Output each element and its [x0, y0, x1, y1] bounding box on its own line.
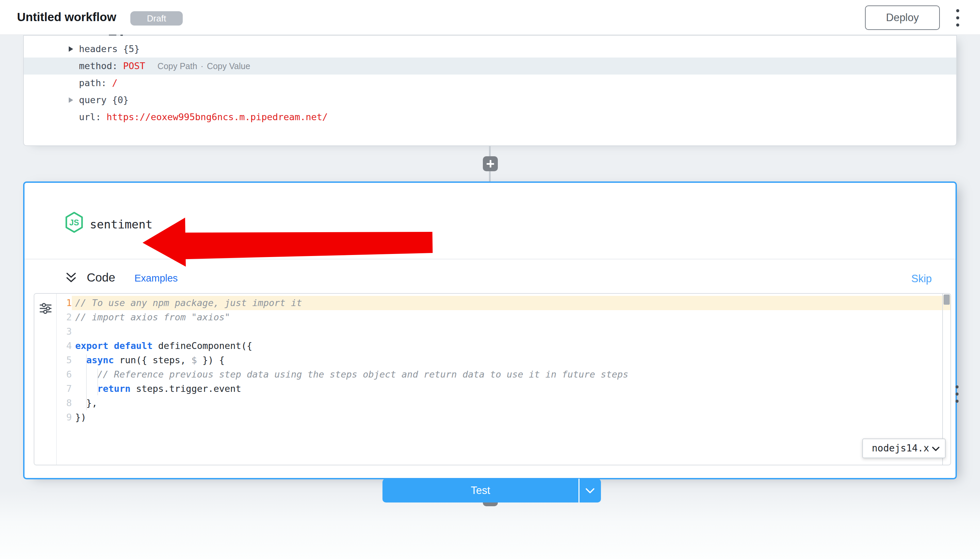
skip-link[interactable]: Skip	[911, 273, 932, 285]
code-editor[interactable]: 1// To use any npm package, just import …	[34, 293, 951, 465]
code-line[interactable]: 5 async run({ steps, $ }) {	[57, 353, 950, 367]
step-title[interactable]: sentiment	[90, 218, 152, 231]
event-key: method:	[79, 61, 118, 71]
trigger-result-panel: headers{5}method:POSTCopy Path·Copy Valu…	[23, 35, 957, 146]
code-line[interactable]: 3	[57, 324, 950, 339]
code-text: return steps.trigger.event	[72, 382, 950, 396]
workflow-canvas: headers{5}method:POSTCopy Path·Copy Valu…	[0, 35, 980, 559]
line-number: 1	[57, 296, 72, 310]
chevron-down-icon	[932, 447, 939, 452]
line-number: 6	[57, 367, 72, 382]
event-key: url:	[79, 112, 101, 122]
event-children-count: {5}	[123, 44, 140, 54]
code-lines: 1// To use any npm package, just import …	[57, 296, 950, 425]
indent-guide	[86, 354, 87, 410]
line-number: 4	[57, 339, 72, 353]
more-options-icon[interactable]	[952, 9, 964, 26]
copy-path-action[interactable]: Copy Path	[158, 61, 197, 71]
test-button-label[interactable]: Test	[383, 479, 579, 503]
event-tree-row[interactable]: headers{5}	[24, 41, 956, 58]
line-number: 5	[57, 353, 72, 367]
pipedream-workflow-editor: Untitled workflow Draft Deploy headers{5…	[0, 0, 980, 559]
code-line[interactable]: 7 return steps.trigger.event	[57, 382, 950, 396]
svg-text:JS: JS	[69, 218, 79, 227]
code-text: // To use any npm package, just import i…	[72, 296, 950, 310]
event-tree-row[interactable]: query{0}	[24, 92, 956, 109]
code-text: export default defineComponent({	[72, 339, 950, 353]
code-section-label: Code	[87, 271, 115, 284]
scrollbar-thumb[interactable]	[944, 294, 950, 305]
line-number: 8	[57, 396, 72, 410]
code-line[interactable]: 1// To use any npm package, just import …	[57, 296, 950, 310]
line-number: 2	[57, 310, 72, 324]
collapse-chevrons-icon[interactable]	[64, 271, 78, 284]
code-text: },	[72, 396, 950, 410]
deploy-button[interactable]: Deploy	[865, 5, 940, 30]
expand-arrow-icon[interactable]	[69, 46, 73, 52]
divider	[25, 259, 955, 260]
divider	[579, 479, 579, 503]
status-badge: Draft	[130, 11, 183, 26]
test-button[interactable]: Test	[383, 479, 601, 503]
event-tree-row[interactable]: method:POSTCopy Path·Copy Value	[24, 58, 956, 74]
code-line[interactable]: 6 // Reference previous step data using …	[57, 367, 950, 382]
code-line[interactable]: 2// import axios from "axios"	[57, 310, 950, 324]
event-value: /	[112, 78, 117, 88]
indent-guide	[97, 369, 98, 395]
code-line[interactable]: 4export default defineComponent({	[57, 339, 950, 353]
examples-link[interactable]: Examples	[134, 273, 178, 284]
copy-value-action[interactable]: Copy Value	[207, 61, 250, 71]
event-tree-row[interactable]: path:/	[24, 74, 956, 92]
runtime-value: nodejs14.x	[872, 439, 929, 458]
runtime-select[interactable]: nodejs14.x	[862, 438, 945, 458]
add-step-button[interactable]	[483, 156, 498, 171]
code-line[interactable]: 8 },	[57, 396, 950, 410]
code-text: // Reference previous step data using th…	[72, 367, 950, 382]
code-text: })	[72, 410, 950, 425]
code-text	[72, 324, 950, 339]
editor-gutter	[35, 294, 57, 465]
event-key: headers	[79, 44, 118, 54]
expand-arrow-icon[interactable]	[69, 98, 73, 103]
copy-actions: Copy Path·Copy Value	[158, 61, 250, 71]
event-children-count: {0}	[112, 95, 129, 105]
event-key: path:	[79, 78, 107, 88]
event-tree: headers{5}method:POSTCopy Path·Copy Valu…	[24, 41, 956, 126]
test-options-chevron-icon[interactable]	[585, 488, 595, 494]
step-card-sentiment: JS sentiment Code Examples Skip	[23, 182, 957, 480]
editor-settings-icon[interactable]	[39, 302, 53, 315]
event-key: query	[79, 95, 107, 105]
workflow-title: Untitled workflow	[17, 10, 116, 24]
header-bar: Untitled workflow Draft Deploy	[0, 0, 980, 35]
line-number: 7	[57, 382, 72, 396]
code-text: // import axios from "axios"	[72, 310, 950, 324]
line-number: 9	[57, 410, 72, 425]
nodejs-icon: JS	[64, 212, 84, 233]
event-tree-row[interactable]: url:https://eoxew995bng6ncs.m.pipedream.…	[24, 109, 956, 126]
step-header: JS sentiment	[25, 183, 955, 259]
step-options-icon[interactable]	[951, 385, 963, 403]
code-line[interactable]: 9})	[57, 410, 950, 425]
code-text: async run({ steps, $ }) {	[72, 353, 950, 367]
separator: ·	[201, 61, 203, 71]
line-number: 3	[57, 324, 72, 339]
event-value: POST	[123, 61, 145, 71]
event-value: https://eoxew995bng6ncs.m.pipedream.net/	[107, 112, 328, 122]
